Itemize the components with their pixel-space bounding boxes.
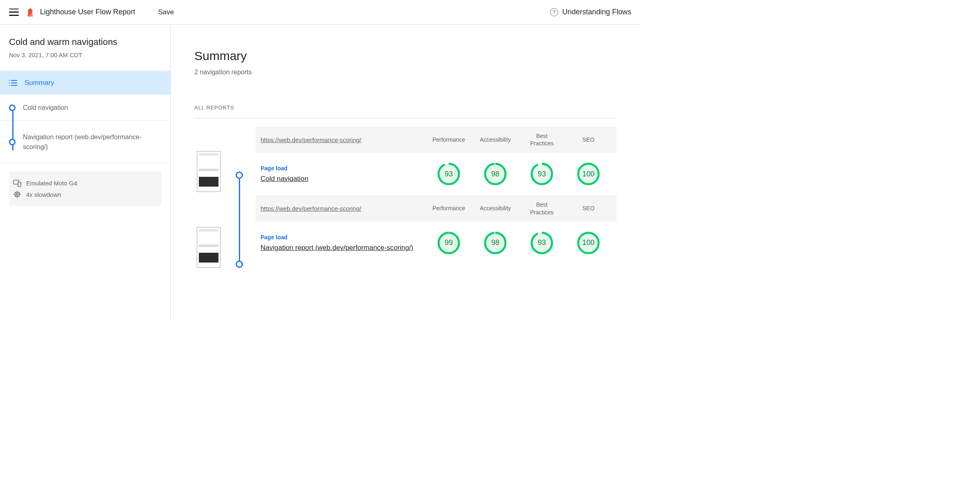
divider: [194, 118, 617, 118]
sidebar-summary-label: Summary: [24, 79, 54, 87]
metric-cell: 93: [425, 163, 472, 185]
score-gauge: 98: [484, 232, 507, 254]
svg-rect-7: [18, 182, 21, 187]
score-gauge: 99: [437, 232, 460, 254]
help-icon: ?: [550, 8, 558, 16]
report-body-row: Page load Cold navigation 93 98 93 100: [256, 153, 617, 195]
metric-header: Accessibility: [472, 136, 519, 143]
report-block: https://web.dev/performance-scoring/ Per…: [256, 127, 617, 195]
env-device-label: Emulated Moto G4: [26, 180, 77, 187]
sidebar-item-summary[interactable]: Summary: [0, 71, 170, 95]
report-name-link[interactable]: Navigation report (web.dev/performance-s…: [261, 244, 425, 252]
flow-date: Nov 3, 2021, 7:00 AM CDT: [9, 51, 161, 58]
sidebar-step-cold-navigation[interactable]: Cold navigation: [0, 95, 170, 121]
reports-table: https://web.dev/performance-scoring/ Per…: [256, 127, 617, 268]
report-body-row: Page load Navigation report (web.dev/per…: [256, 222, 617, 264]
all-reports-heading: ALL REPORTS: [194, 105, 617, 111]
flow-title: Cold and warm navigations: [9, 37, 161, 47]
metric-cell: 93: [519, 232, 565, 254]
score-gauge: 93: [437, 163, 460, 185]
metric-header: BestPractices: [519, 201, 565, 216]
content: Summary 2 navigation reports ALL REPORTS: [171, 24, 640, 321]
report-url-link[interactable]: https://web.dev/performance-scoring/: [261, 205, 425, 212]
metric-cell: 99: [425, 232, 472, 254]
score-gauge: 100: [577, 232, 600, 254]
sidebar-header: Cold and warm navigations Nov 3, 2021, 7…: [0, 24, 170, 71]
app-title: Lighthouse User Flow Report: [40, 8, 135, 16]
svg-rect-8: [15, 192, 19, 196]
help-label: Understanding Flows: [562, 8, 631, 16]
sidebar: Cold and warm navigations Nov 3, 2021, 7…: [0, 24, 171, 321]
score-gauge: 93: [530, 232, 553, 254]
report-type-label: Page load: [261, 234, 425, 241]
topbar: Lighthouse User Flow Report Save ? Under…: [0, 0, 640, 24]
metric-header: BestPractices: [519, 132, 565, 147]
summary-title: Summary: [194, 49, 617, 63]
score-value: 93: [437, 163, 460, 185]
report-block: https://web.dev/performance-scoring/ Per…: [256, 195, 617, 264]
cpu-icon: [13, 190, 21, 198]
score-value: 99: [437, 232, 460, 254]
report-header-row: https://web.dev/performance-scoring/ Per…: [256, 195, 617, 221]
timeline-node-icon: [9, 105, 16, 111]
report-type-label: Page load: [261, 165, 425, 172]
sidebar-steps: Cold navigation Navigation report (web.d…: [0, 95, 170, 163]
metric-header: SEO: [565, 205, 612, 212]
metric-cell: 100: [565, 232, 612, 254]
svg-rect-9: [16, 194, 18, 195]
report-thumbnail: [197, 227, 220, 268]
timeline-node-icon: [236, 261, 243, 268]
metric-header: Accessibility: [472, 205, 519, 212]
env-device-row: Emulated Moto G4: [13, 177, 157, 189]
metric-header: SEO: [565, 136, 612, 143]
sidebar-step-label: Navigation report (web.dev/performance-s…: [23, 132, 161, 152]
report-url-link[interactable]: https://web.dev/performance-scoring/: [261, 136, 425, 143]
metric-cell: 100: [565, 163, 612, 185]
timeline-column: [234, 127, 244, 268]
metric-cell: 98: [472, 163, 519, 185]
score-value: 93: [530, 232, 553, 254]
metric-header: Performance: [425, 205, 472, 212]
list-icon: [9, 80, 17, 86]
summary-subtitle: 2 navigation reports: [194, 69, 617, 76]
metric-cell: 93: [519, 163, 565, 185]
sidebar-step-navigation-report[interactable]: Navigation report (web.dev/performance-s…: [0, 121, 170, 163]
score-value: 93: [530, 163, 553, 185]
timeline-node-icon: [9, 139, 16, 145]
score-value: 100: [577, 232, 600, 254]
score-gauge: 93: [530, 163, 553, 185]
report-name-link[interactable]: Cold navigation: [261, 175, 425, 183]
score-value: 98: [484, 232, 507, 254]
lighthouse-logo-icon: [26, 7, 34, 17]
menu-icon[interactable]: [9, 9, 19, 16]
devices-icon: [13, 179, 21, 187]
sidebar-environment: Emulated Moto G4 4x slowdown: [9, 172, 161, 206]
score-value: 98: [484, 163, 507, 185]
score-gauge: 98: [484, 163, 507, 185]
help-link[interactable]: ? Understanding Flows: [550, 8, 631, 16]
thumbnail-column: [194, 127, 223, 268]
timeline-node-icon: [236, 172, 243, 179]
metric-header: Performance: [425, 136, 472, 143]
metric-cell: 98: [472, 232, 519, 254]
score-gauge: 100: [577, 163, 600, 185]
sidebar-step-label: Cold navigation: [23, 103, 68, 113]
score-value: 100: [577, 163, 600, 185]
save-button[interactable]: Save: [158, 8, 174, 16]
report-thumbnail: [197, 151, 220, 192]
report-header-row: https://web.dev/performance-scoring/ Per…: [256, 127, 617, 153]
env-throttle-label: 4x slowdown: [26, 191, 61, 198]
env-throttle-row: 4x slowdown: [13, 189, 157, 200]
